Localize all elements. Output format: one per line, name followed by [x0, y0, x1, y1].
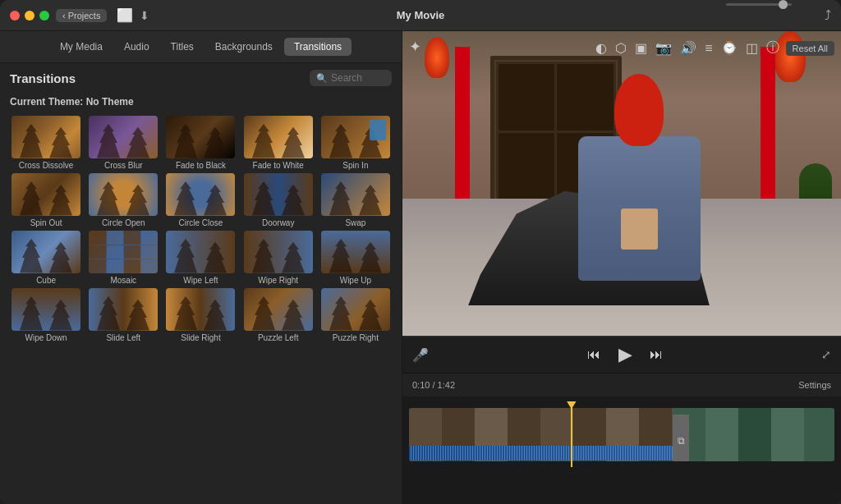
playhead[interactable] [571, 401, 572, 467]
transition-item-puzzle-left[interactable]: Puzzle Left [242, 288, 315, 342]
svg-marker-36 [329, 296, 352, 331]
reset-all-button[interactable]: Reset All [786, 41, 834, 56]
titlebar-actions: ⤴ [825, 8, 831, 23]
tab-audio[interactable]: Audio [114, 38, 159, 56]
nav-tabs: My Media Audio Titles Backgrounds Transi… [0, 31, 402, 63]
transition-overlay-fade-black [166, 116, 235, 158]
panel-title: Transitions [10, 71, 76, 85]
rider-face [621, 208, 658, 250]
back-button[interactable]: ‹ Projects [56, 9, 107, 22]
close-button[interactable] [10, 11, 20, 21]
transition-label-slide-right: Slide Right [181, 333, 220, 342]
transition-thumb-circle-close [166, 173, 235, 216]
transition-item-wipe-down[interactable]: Wipe Down [10, 288, 82, 342]
transition-item-cross-blur[interactable]: Cross Blur [87, 116, 159, 170]
crop-icon[interactable]: ▣ [633, 39, 649, 57]
share-icon[interactable]: ⤴ [825, 8, 831, 23]
transition-item-wipe-right[interactable]: Wipe Right [242, 231, 315, 285]
speed-icon[interactable]: ⌚ [719, 39, 739, 57]
transition-overlay-spin-out [11, 173, 80, 216]
microphone-icon[interactable]: 🎤 [412, 347, 429, 363]
tab-transitions[interactable]: Transitions [284, 38, 352, 56]
minimize-button[interactable] [25, 11, 34, 21]
transition-label-slide-left: Slide Left [106, 333, 140, 342]
overlay-icon[interactable]: ◫ [744, 39, 760, 57]
volume-slider[interactable] [726, 3, 792, 6]
volume-track [726, 3, 792, 6]
transition-item-fade-white[interactable]: Fade to White [242, 116, 315, 170]
volume-thumb[interactable] [779, 0, 788, 9]
video-clip-2[interactable] [673, 408, 834, 461]
transition-overlay-puzzle-left [244, 288, 313, 331]
transition-label-mosaic: Mosaic [110, 276, 136, 285]
main-layout: My Media Audio Titles Backgrounds Transi… [0, 31, 841, 504]
transition-item-mosaic[interactable]: Mosaic [87, 231, 159, 285]
transition-item-wipe-left[interactable]: Wipe Left [164, 231, 237, 285]
fullscreen-icon[interactable]: ⤢ [821, 348, 831, 361]
transition-overlay-fade-white [244, 116, 313, 158]
transition-thumb-fade-black [166, 116, 235, 158]
transition-item-fade-black[interactable]: Fade to Black [164, 116, 237, 170]
svg-marker-22 [174, 239, 197, 273]
transition-item-wipe-up[interactable]: Wipe Up [319, 231, 392, 285]
left-panel: My Media Audio Titles Backgrounds Transi… [0, 31, 402, 504]
svg-marker-19 [359, 185, 382, 216]
search-box[interactable]: 🔍 [310, 70, 392, 86]
transition-thumb-wipe-down [11, 288, 80, 331]
transition-label-cross-dissolve: Cross Dissolve [19, 161, 74, 170]
tab-my-media[interactable]: My Media [50, 38, 113, 56]
audio-adjust-icon[interactable]: 🔊 [678, 39, 698, 57]
transition-thumb-swap [321, 173, 390, 216]
color-balance-icon[interactable]: ◐ [594, 39, 609, 57]
transition-label-fade-white: Fade to White [253, 161, 304, 170]
transition-item-slide-right[interactable]: Slide Right [164, 288, 237, 342]
transition-thumb-puzzle-left [244, 288, 313, 331]
enhance-wand-icon[interactable]: ✦ [409, 38, 421, 56]
current-theme-label: Current Theme: No Theme [0, 93, 402, 112]
transition-clip-marker[interactable]: ⧉ [673, 415, 689, 461]
skip-to-end-icon[interactable]: ⏭ [650, 347, 663, 362]
svg-marker-13 [126, 185, 149, 216]
transition-thumb-spin-out [11, 173, 80, 216]
transition-label-fade-black: Fade to Black [176, 161, 226, 170]
film-strip-icon[interactable]: ⬜ [117, 7, 133, 23]
arrow-down-icon[interactable]: ⬇ [140, 9, 149, 22]
transition-label-circle-open: Circle Open [102, 218, 145, 227]
transition-item-cross-dissolve[interactable]: Cross Dissolve [10, 116, 82, 170]
svg-marker-10 [20, 181, 43, 216]
transition-item-puzzle-right[interactable]: Puzzle Right [319, 288, 392, 342]
svg-marker-4 [174, 124, 197, 158]
transition-label-swap: Swap [345, 218, 365, 227]
traffic-lights [10, 11, 49, 21]
play-button[interactable]: ▶ [614, 343, 636, 366]
maximize-button[interactable] [39, 11, 49, 21]
camera-stabilize-icon[interactable]: 📷 [654, 39, 673, 57]
settings-button[interactable]: Settings [798, 380, 831, 390]
transition-overlay-slide-left [89, 288, 158, 331]
transition-item-circle-close[interactable]: Circle Close [164, 173, 237, 227]
transition-item-spin-in[interactable]: Spin In [319, 116, 392, 170]
skip-to-start-icon[interactable]: ⏮ [587, 347, 600, 362]
transition-overlay-slide-right [166, 288, 235, 331]
svg-marker-7 [282, 127, 305, 158]
tab-backgrounds[interactable]: Backgrounds [205, 38, 283, 56]
transition-thumb-fade-white [244, 116, 313, 158]
transition-item-cube[interactable]: Cube [10, 231, 82, 285]
transition-item-slide-left[interactable]: Slide Left [87, 288, 159, 342]
transition-icon: ⧉ [678, 435, 685, 447]
transition-item-spin-out[interactable]: Spin Out [10, 173, 82, 227]
transition-label-puzzle-left: Puzzle Left [258, 333, 298, 342]
transition-item-swap[interactable]: Swap [319, 173, 392, 227]
transition-item-doorway[interactable]: Doorway [242, 173, 315, 227]
search-input[interactable] [331, 72, 388, 84]
right-panel: ✦ ◐ ⬡ ▣ 📷 🔊 ≡ ⌚ ◫ ⓘ Reset All [402, 31, 841, 504]
info-icon[interactable]: ⓘ [765, 38, 781, 58]
tab-titles[interactable]: Titles [161, 38, 204, 56]
equalizer-icon[interactable]: ≡ [703, 39, 714, 57]
svg-marker-26 [329, 239, 352, 273]
transition-item-circle-open[interactable]: Circle Open [87, 173, 159, 227]
svg-marker-14 [174, 181, 197, 216]
svg-marker-6 [252, 124, 275, 158]
color-correction-icon[interactable]: ⬡ [614, 39, 628, 57]
timeline-track-container[interactable]: ⧉ [409, 401, 834, 500]
